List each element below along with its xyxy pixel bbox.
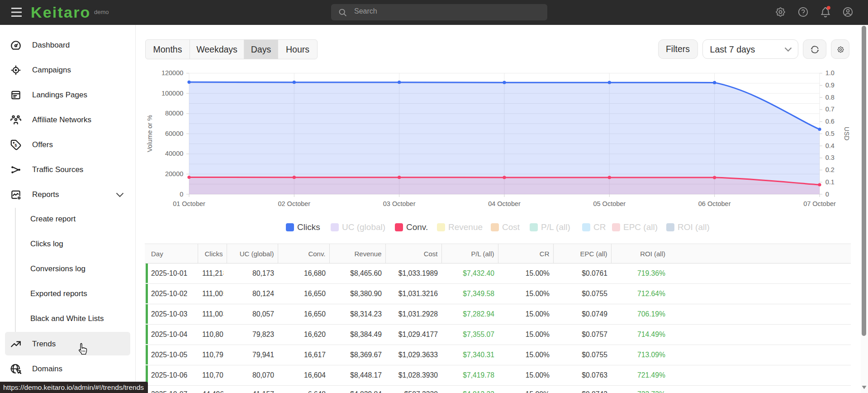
svg-text:01 October: 01 October (173, 200, 205, 207)
svg-text:40000: 40000 (165, 150, 183, 157)
svg-text:0: 0 (180, 191, 183, 198)
svg-text:20000: 20000 (165, 170, 183, 177)
svg-text:04 October: 04 October (488, 200, 521, 207)
svg-text:03 October: 03 October (383, 200, 416, 207)
svg-text:80000: 80000 (165, 110, 183, 117)
svg-text:0.1: 0.1 (825, 178, 835, 186)
svg-text:0: 0 (825, 191, 829, 198)
svg-text:120000: 120000 (161, 69, 183, 77)
svg-text:0.9: 0.9 (825, 81, 835, 89)
svg-text:USD: USD (843, 127, 850, 141)
svg-text:0.2: 0.2 (825, 166, 835, 173)
svg-text:0.4: 0.4 (825, 142, 835, 149)
svg-text:0.5: 0.5 (825, 130, 835, 137)
svg-text:Volume or %: Volume or % (146, 115, 153, 152)
svg-text:05 October: 05 October (593, 200, 626, 207)
svg-text:0.8: 0.8 (825, 94, 835, 101)
svg-text:1.0: 1.0 (825, 69, 835, 77)
svg-text:$: $ (14, 143, 17, 148)
svg-text:0.7: 0.7 (825, 105, 835, 113)
svg-text:0.3: 0.3 (825, 154, 835, 161)
svg-text:0.6: 0.6 (825, 118, 835, 125)
svg-text:02 October: 02 October (278, 200, 310, 207)
svg-text:60000: 60000 (165, 130, 183, 137)
svg-text:06 October: 06 October (698, 200, 731, 207)
svg-text:100000: 100000 (161, 90, 183, 97)
svg-text:07 October: 07 October (803, 200, 836, 207)
